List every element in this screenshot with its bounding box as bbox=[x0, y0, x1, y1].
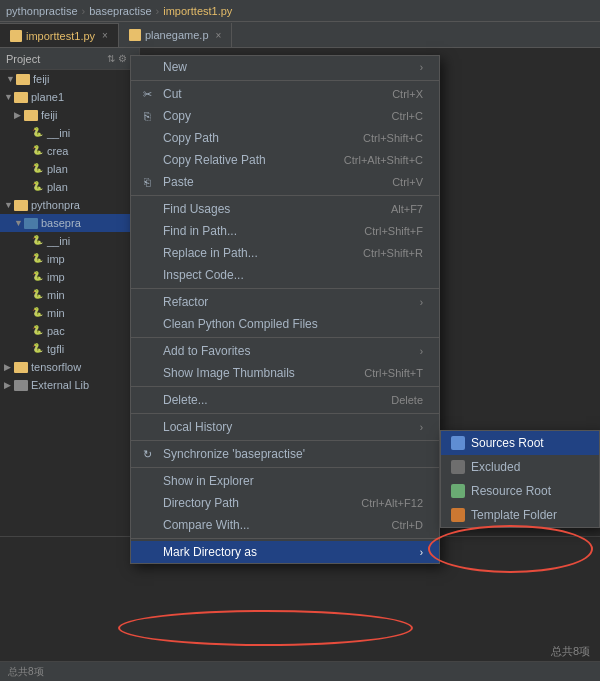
menu-sep-7 bbox=[131, 440, 439, 441]
menu-item-copyrelpath[interactable]: Copy Relative Path Ctrl+Alt+Shift+C bbox=[131, 149, 439, 171]
status-bar-text: 总共8项 bbox=[8, 665, 44, 679]
menu-sep-1 bbox=[131, 80, 439, 81]
tree-item-min2[interactable]: 🐍 min bbox=[0, 304, 139, 322]
tree-item-plan2[interactable]: 🐍 plan bbox=[0, 178, 139, 196]
menu-findinpath-label: Find in Path... bbox=[163, 224, 237, 238]
menu-new-arrow: › bbox=[420, 62, 423, 73]
arrow-external: ▶ bbox=[4, 380, 14, 390]
lib-icon bbox=[14, 380, 28, 391]
submenu: Sources Root Excluded Resource Root Temp… bbox=[440, 430, 600, 528]
tree-item-feiji-top[interactable]: ▼ feiji bbox=[0, 70, 139, 88]
submenu-item-sources-root[interactable]: Sources Root bbox=[441, 431, 599, 455]
tab-planegame[interactable]: planegame.p × bbox=[119, 23, 232, 47]
tab-bar: importtest1.py × planegame.p × bbox=[0, 22, 600, 48]
breadcrumb-root[interactable]: pythonpractise bbox=[6, 5, 78, 17]
tree-item-plan1[interactable]: 🐍 plan bbox=[0, 160, 139, 178]
menu-showthumbs-label: Show Image Thumbnails bbox=[163, 366, 295, 380]
menu-item-paste[interactable]: ⎗ Paste Ctrl+V bbox=[131, 171, 439, 193]
menu-item-cut[interactable]: ✂ Cut Ctrl+X bbox=[131, 83, 439, 105]
menu-copy-label: Copy bbox=[163, 109, 191, 123]
tree-label-pythonpra: pythonpra bbox=[31, 199, 80, 211]
menu-item-markdiras[interactable]: Mark Directory as › bbox=[131, 541, 439, 563]
menu-cleanpyc-label: Clean Python Compiled Files bbox=[163, 317, 318, 331]
tree-item-ini1[interactable]: 🐍 __ini bbox=[0, 124, 139, 142]
tree-item-tgfli[interactable]: 🐍 tgfli bbox=[0, 340, 139, 358]
tab-label-planegame: planegame.p bbox=[145, 29, 209, 41]
tab-importtest[interactable]: importtest1.py × bbox=[0, 23, 119, 47]
breadcrumb-mid[interactable]: basepractise bbox=[89, 5, 151, 17]
project-header-label: Project bbox=[6, 53, 40, 65]
menu-comparewith-label: Compare With... bbox=[163, 518, 250, 532]
menu-copyrelpath-shortcut: Ctrl+Alt+Shift+C bbox=[344, 154, 423, 166]
tree-item-feiji[interactable]: ▶ feiji bbox=[0, 106, 139, 124]
tree-label-feiji-top: feiji bbox=[33, 73, 50, 85]
menu-item-copy[interactable]: ⎘ Copy Ctrl+C bbox=[131, 105, 439, 127]
menu-copypath-label: Copy Path bbox=[163, 131, 219, 145]
menu-dirpath-shortcut: Ctrl+Alt+F12 bbox=[361, 497, 423, 509]
breadcrumb-current[interactable]: importtest1.py bbox=[163, 5, 232, 17]
menu-item-copypath[interactable]: Copy Path Ctrl+Shift+C bbox=[131, 127, 439, 149]
menu-new-label: New bbox=[163, 60, 187, 74]
tree-item-imp2[interactable]: 🐍 imp bbox=[0, 268, 139, 286]
tree-item-pac[interactable]: 🐍 pac bbox=[0, 322, 139, 340]
submenu-item-resource-root[interactable]: Resource Root bbox=[441, 479, 599, 503]
project-header: Project ⇅ ⚙ › bbox=[0, 48, 139, 70]
menu-item-addtofav[interactable]: Add to Favorites › bbox=[131, 340, 439, 362]
tree-label-imp2: imp bbox=[47, 271, 65, 283]
tree-label-plan2: plan bbox=[47, 181, 68, 193]
menu-item-sync[interactable]: ↻ Synchronize 'basepractise' bbox=[131, 443, 439, 465]
tree-item-pythonpra[interactable]: ▼ pythonpra bbox=[0, 196, 139, 214]
tree-item-imp1[interactable]: 🐍 imp bbox=[0, 250, 139, 268]
submenu-sources-root-label: Sources Root bbox=[471, 436, 544, 450]
menu-item-findusages[interactable]: Find Usages Alt+F7 bbox=[131, 198, 439, 220]
tree-label-external: External Lib bbox=[31, 379, 89, 391]
submenu-template-folder-label: Template Folder bbox=[471, 508, 557, 522]
menu-localhistory-arrow: › bbox=[420, 422, 423, 433]
menu-showthumbs-shortcut: Ctrl+Shift+T bbox=[364, 367, 423, 379]
tree-label-feiji: feiji bbox=[41, 109, 58, 121]
menu-refactor-arrow: › bbox=[420, 297, 423, 308]
submenu-item-template-folder[interactable]: Template Folder bbox=[441, 503, 599, 527]
copy-icon: ⎘ bbox=[139, 108, 155, 124]
tree-label-crea: crea bbox=[47, 145, 68, 157]
tree-label-tgfli: tgfli bbox=[47, 343, 64, 355]
menu-item-replaceinpath[interactable]: Replace in Path... Ctrl+Shift+R bbox=[131, 242, 439, 264]
tree-item-min1[interactable]: 🐍 min bbox=[0, 286, 139, 304]
menu-item-refactor[interactable]: Refactor › bbox=[131, 291, 439, 313]
menu-item-showinexplorer[interactable]: Show in Explorer bbox=[131, 470, 439, 492]
template-folder-icon bbox=[451, 508, 465, 522]
menu-item-cleanpyc[interactable]: Clean Python Compiled Files bbox=[131, 313, 439, 335]
py-icon-imp2: 🐍 bbox=[32, 271, 44, 283]
menu-item-delete[interactable]: Delete... Delete bbox=[131, 389, 439, 411]
arrow-feiji-top: ▼ bbox=[6, 74, 16, 84]
tab-icon-planegame bbox=[129, 29, 141, 41]
tree-item-external[interactable]: ▶ External Lib bbox=[0, 376, 139, 394]
menu-item-comparewith[interactable]: Compare With... Ctrl+D bbox=[131, 514, 439, 536]
submenu-item-excluded[interactable]: Excluded bbox=[441, 455, 599, 479]
menu-item-dirpath[interactable]: Directory Path Ctrl+Alt+F12 bbox=[131, 492, 439, 514]
context-menu: New › ✂ Cut Ctrl+X ⎘ Copy Ctrl+C Copy Pa… bbox=[130, 55, 440, 564]
tree-item-ini2[interactable]: 🐍 __ini bbox=[0, 232, 139, 250]
menu-item-findinpath[interactable]: Find in Path... Ctrl+Shift+F bbox=[131, 220, 439, 242]
menu-markdiras-label: Mark Directory as bbox=[163, 545, 257, 559]
menu-item-inspectcode[interactable]: Inspect Code... bbox=[131, 264, 439, 286]
menu-sep-9 bbox=[131, 538, 439, 539]
menu-item-localhistory[interactable]: Local History › bbox=[131, 416, 439, 438]
menu-item-showthumbs[interactable]: Show Image Thumbnails Ctrl+Shift+T bbox=[131, 362, 439, 384]
arrow-basepra: ▼ bbox=[14, 218, 24, 228]
menu-sep-3 bbox=[131, 288, 439, 289]
status-bar: 总共8项 bbox=[0, 661, 600, 681]
cut-icon: ✂ bbox=[139, 86, 155, 102]
menu-showinexplorer-label: Show in Explorer bbox=[163, 474, 254, 488]
breadcrumb-bar: pythonpractise › basepractise › importte… bbox=[0, 0, 600, 22]
folder-icon-feiji-top bbox=[16, 74, 30, 85]
tree-item-plane1[interactable]: ▼ plane1 bbox=[0, 88, 139, 106]
menu-item-new[interactable]: New › bbox=[131, 56, 439, 78]
tree-item-basepra[interactable]: ▼ basepra bbox=[0, 214, 139, 232]
menu-cut-shortcut: Ctrl+X bbox=[392, 88, 423, 100]
folder-icon-basepra bbox=[24, 218, 38, 229]
tab-close-importtest[interactable]: × bbox=[102, 30, 108, 41]
tab-close-planegame[interactable]: × bbox=[216, 30, 222, 41]
tree-item-tensorflow[interactable]: ▶ tensorflow bbox=[0, 358, 139, 376]
tree-item-crea[interactable]: 🐍 crea bbox=[0, 142, 139, 160]
